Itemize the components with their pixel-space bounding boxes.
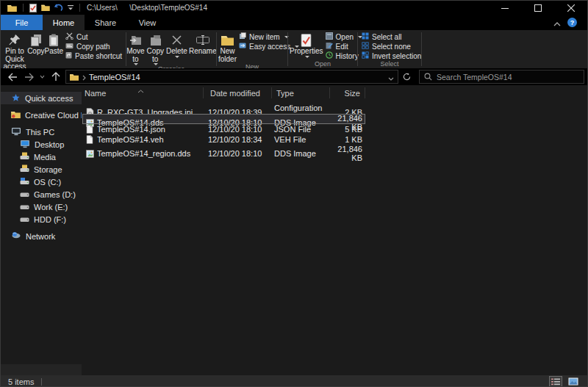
sidebar-item-hdd-f[interactable]: HDD (F:) <box>1 213 82 225</box>
new-item-icon <box>239 32 246 41</box>
button-label: Select all <box>372 33 402 41</box>
file-size: 21,846 KB <box>332 145 365 162</box>
cut-button[interactable]: Cut <box>63 32 124 41</box>
file-row[interactable]: R_RXC-GT3_Upgrades.ini 12/10/20 18:39 Co… <box>82 104 365 114</box>
help-icon[interactable]: ? <box>567 18 577 27</box>
ribbon-group-new: New folder New item Easy acces <box>217 30 287 68</box>
sidebar-item-media[interactable]: Media <box>1 151 82 163</box>
back-button[interactable] <box>4 70 21 84</box>
sidebar-horizontal-scrollbar[interactable] <box>1 364 82 375</box>
qat-undo-icon[interactable] <box>54 4 63 12</box>
easy-access-icon <box>239 42 246 51</box>
minimize-ribbon-icon[interactable] <box>553 16 561 29</box>
tab-file[interactable]: File <box>1 15 43 30</box>
sidebar-item-games-d[interactable]: Games (D:) <box>1 188 82 200</box>
thumbnail-view-button[interactable] <box>567 376 580 387</box>
file-row[interactable]: TempleOS#14.json 12/10/20 18:10 JSON Fil… <box>82 124 365 134</box>
column-separator[interactable] <box>365 87 365 98</box>
address-bar[interactable]: TempleOS#14 <box>65 70 398 84</box>
image-file-icon <box>82 150 97 158</box>
select-none-button[interactable]: Select none <box>359 42 423 51</box>
sidebar-item-quick-access[interactable]: Quick access <box>1 92 82 104</box>
breadcrumb-chevron-icon <box>82 70 86 84</box>
sidebar-item-creative-cloud-files[interactable]: Creative Cloud Files <box>1 109 82 121</box>
rename-icon <box>196 32 209 48</box>
up-button[interactable] <box>47 70 64 84</box>
sidebar-item-this-pc[interactable]: This PC <box>1 126 82 138</box>
search-input[interactable] <box>437 73 579 82</box>
maximize-button[interactable] <box>521 1 554 15</box>
file-type: VEH File <box>274 135 332 144</box>
details-view-button[interactable] <box>549 376 562 387</box>
pin-icon <box>9 32 21 48</box>
ribbon-tab-bar: File Home Share View ? <box>1 15 587 30</box>
sidebar-item-desktop[interactable]: Desktop <box>1 138 82 151</box>
navigation-pane: Quick access Creative Cloud Files This P… <box>1 85 82 375</box>
button-label: Edit <box>336 43 348 51</box>
qat-new-folder-icon[interactable] <box>41 4 50 11</box>
button-label: Rename <box>189 48 217 56</box>
file-row[interactable]: TempleOS#14.veh 12/10/20 18:34 VEH File … <box>82 134 365 145</box>
minimize-button[interactable] <box>488 1 521 15</box>
column-separator[interactable] <box>329 87 330 98</box>
title-bar: C:\Users\ \Desktop\TempleOS#14 <box>1 1 587 15</box>
network-icon <box>11 231 21 241</box>
drive-icon <box>20 215 29 224</box>
paste-button[interactable]: Paste <box>45 31 64 56</box>
caption-buttons <box>488 1 587 15</box>
sidebar-item-storage[interactable]: Storage <box>1 163 82 176</box>
delete-button[interactable]: Delete <box>166 31 187 58</box>
column-header-name[interactable]: Name <box>82 85 207 101</box>
sidebar-item-work-e[interactable]: Work (E:) <box>1 200 82 213</box>
refresh-icon[interactable] <box>398 70 415 84</box>
copy-to-button[interactable]: Copy to <box>147 31 164 65</box>
file-size: 5 KB <box>332 125 365 134</box>
file-row[interactable]: TempleOS#14.dds 12/10/20 18:10 DDS Image… <box>82 114 365 124</box>
new-folder-icon <box>220 32 234 48</box>
sidebar-item-label: OS (C:) <box>34 178 61 187</box>
column-separator[interactable] <box>203 87 204 98</box>
drive-icon <box>20 164 29 174</box>
button-label: Cut <box>76 33 88 41</box>
breadcrumb[interactable]: TempleOS#14 <box>89 73 140 82</box>
sidebar-item-label: Storage <box>34 165 62 174</box>
select-all-button[interactable]: Select all <box>359 32 423 41</box>
file-row[interactable]: TempleOS#14_region.dds 12/10/20 18:10 DD… <box>82 145 365 155</box>
button-label: History <box>336 52 359 60</box>
recent-locations-dropdown-icon[interactable] <box>37 70 47 84</box>
tab-share[interactable]: Share <box>85 15 126 30</box>
move-to-button[interactable]: Move to <box>126 31 144 65</box>
file-list: Name Date modified Type Size R_RXC-GT3_U… <box>82 85 587 375</box>
button-label: New folder <box>218 48 237 63</box>
tab-view[interactable]: View <box>126 15 168 30</box>
properties-button[interactable]: Properties <box>290 31 323 58</box>
sort-ascending-icon <box>137 86 144 95</box>
rename-button[interactable]: Rename <box>190 31 216 56</box>
paste-shortcut-button[interactable]: Paste shortcut <box>63 51 124 60</box>
file-date: 12/10/20 18:10 <box>208 125 274 134</box>
copy-path-button[interactable]: Copy path <box>63 42 124 51</box>
forward-button[interactable] <box>21 70 37 84</box>
column-separator[interactable] <box>271 87 272 98</box>
column-header-size[interactable]: Size <box>331 85 365 101</box>
close-button[interactable] <box>554 1 587 15</box>
invert-selection-button[interactable]: Invert selection <box>359 51 423 60</box>
search-box[interactable] <box>419 70 584 84</box>
document-file-icon <box>82 135 97 144</box>
qat-properties-icon[interactable] <box>29 4 37 12</box>
button-label: Move to <box>126 48 144 63</box>
column-header-date-modified[interactable]: Date modified <box>207 85 273 101</box>
button-label: New item <box>249 33 280 41</box>
ribbon: Pin to Quick access Copy Paste <box>1 30 587 68</box>
qat-customize-dropdown-icon[interactable] <box>68 4 74 11</box>
sidebar-item-network[interactable]: Network <box>1 230 82 242</box>
tab-home[interactable]: Home <box>43 15 85 30</box>
address-folder-icon <box>70 70 79 84</box>
pin-to-quick-access-button[interactable]: Pin to Quick access <box>2 31 27 71</box>
address-dropdown-icon[interactable] <box>388 70 394 84</box>
new-folder-button[interactable]: New folder <box>218 31 237 63</box>
column-header-type[interactable]: Type <box>273 85 331 101</box>
title-path: C:\Users\ \Desktop\TempleOS#14 <box>87 4 207 12</box>
sidebar-item-os-c[interactable]: OS (C:) <box>1 176 82 188</box>
copy-button[interactable]: Copy <box>27 31 44 56</box>
